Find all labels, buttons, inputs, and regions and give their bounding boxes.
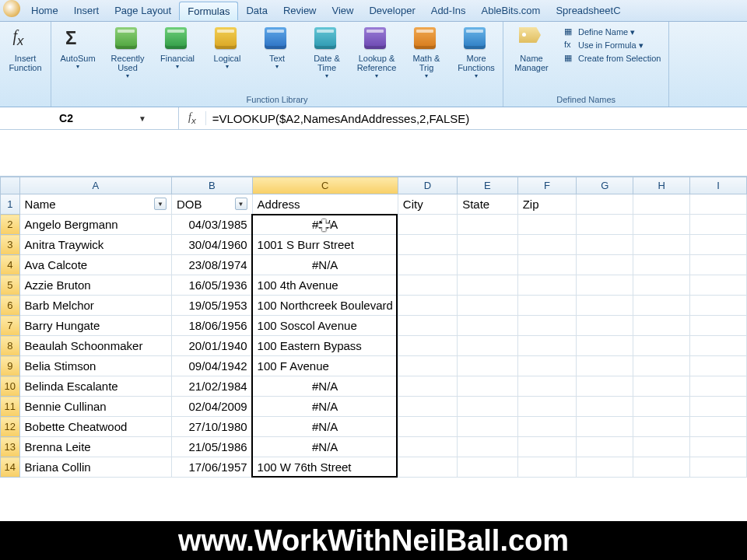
menu-spreadsheetc[interactable]: SpreadsheetC (548, 2, 628, 19)
cell-D6[interactable] (398, 296, 457, 316)
formula-input[interactable] (206, 109, 747, 128)
fx-button[interactable]: fx (179, 111, 206, 125)
cell-E2[interactable] (458, 215, 518, 235)
cell-I10[interactable] (690, 376, 747, 397)
col-header-G[interactable]: G (577, 177, 633, 194)
cell-A6[interactable]: Barb Melchor (19, 296, 171, 316)
cell-E4[interactable] (458, 255, 518, 275)
ribbon-more-functions-button[interactable]: More Functions▾ (454, 25, 498, 82)
ribbon-text-button[interactable]: Text▾ (255, 25, 299, 72)
cell-G9[interactable] (577, 356, 633, 376)
cell-H4[interactable] (633, 255, 690, 275)
cell-C12[interactable]: #N/A (252, 417, 398, 437)
cell-F8[interactable] (517, 336, 577, 356)
cell-H6[interactable] (633, 296, 690, 316)
cell-D2[interactable] (398, 215, 457, 235)
cell-F12[interactable] (517, 417, 577, 437)
row-header-7[interactable]: 7 (1, 316, 20, 336)
cell-G14[interactable] (577, 457, 633, 478)
cell-G6[interactable] (577, 296, 633, 316)
row-header-14[interactable]: 14 (1, 457, 20, 478)
cell-C7[interactable]: 100 Soscol Avenue (252, 316, 398, 336)
menu-developer[interactable]: Developer (361, 2, 423, 19)
menu-insert[interactable]: Insert (66, 2, 107, 19)
cell-D5[interactable] (398, 275, 457, 296)
cell-B3[interactable]: 30/04/1960 (171, 235, 252, 255)
cell-A7[interactable]: Barry Hungate (19, 316, 171, 336)
cell-B2[interactable]: 04/03/1985 (171, 215, 252, 235)
cell-A14[interactable]: Briana Collin (19, 457, 171, 478)
cell-G5[interactable] (577, 275, 633, 296)
ribbon-logical-button[interactable]: Logical▾ (205, 25, 249, 72)
cell-A13[interactable]: Brenna Leite (19, 437, 171, 457)
menu-review[interactable]: Review (275, 2, 324, 19)
cell-C11[interactable]: #N/A (252, 397, 398, 417)
cell-A5[interactable]: Azzie Bruton (19, 275, 171, 296)
name-manager-button[interactable]: Name Manager (508, 25, 555, 75)
cell-I3[interactable] (690, 235, 747, 255)
cell-C4[interactable]: #N/A (252, 255, 398, 275)
cell-H9[interactable] (633, 356, 690, 376)
cell-H13[interactable] (633, 437, 690, 457)
cell-D12[interactable] (398, 417, 457, 437)
col-header-A[interactable]: A (19, 177, 171, 194)
cell-C6[interactable]: 100 Northcreek Boulevard (252, 296, 398, 316)
name-box-input[interactable] (0, 109, 132, 128)
menu-view[interactable]: View (324, 2, 362, 19)
row-header-3[interactable]: 3 (1, 235, 20, 255)
row-header-5[interactable]: 5 (1, 275, 20, 296)
cell-D4[interactable] (398, 255, 457, 275)
worksheet[interactable]: ABCDEFGHI1Name▼DOB▼AddressCityStateZip2A… (0, 177, 747, 478)
row-header-11[interactable]: 11 (1, 397, 20, 417)
cell-A11[interactable]: Bennie Cullinan (19, 397, 171, 417)
cell-I5[interactable] (690, 275, 747, 296)
ribbon-autosum-button[interactable]: ΣAutoSum▾ (56, 25, 100, 72)
cell-G1[interactable] (577, 194, 633, 215)
cell-E14[interactable] (458, 457, 518, 478)
defined-define-name[interactable]: ▦Define Name ▾ (564, 26, 661, 37)
cell-H3[interactable] (633, 235, 690, 255)
cell-E5[interactable] (458, 275, 518, 296)
name-box[interactable]: ▼ (0, 107, 179, 129)
ribbon-date-time-button[interactable]: Date & Time▾ (305, 25, 349, 82)
row-header-2[interactable]: 2 (1, 215, 20, 235)
cell-H14[interactable] (633, 457, 690, 478)
row-header-6[interactable]: 6 (1, 296, 20, 316)
row-header-9[interactable]: 9 (1, 356, 20, 376)
cell-G4[interactable] (577, 255, 633, 275)
cell-F14[interactable] (517, 457, 577, 478)
row-header-12[interactable]: 12 (1, 417, 20, 437)
cell-F10[interactable] (517, 376, 577, 397)
cell-A4[interactable]: Ava Calcote (19, 255, 171, 275)
cell-E12[interactable] (458, 417, 518, 437)
cell-F3[interactable] (517, 235, 577, 255)
menu-formulas[interactable]: Formulas (179, 2, 238, 20)
cell-I14[interactable] (690, 457, 747, 478)
cell-G7[interactable] (577, 316, 633, 336)
ribbon-recently-used-button[interactable]: Recently Used▾ (106, 25, 149, 82)
cell-I7[interactable] (690, 316, 747, 336)
cell-G2[interactable] (577, 215, 633, 235)
cell-F11[interactable] (517, 397, 577, 417)
cell-F1[interactable]: Zip (517, 194, 577, 215)
cell-B4[interactable]: 23/08/1974 (171, 255, 252, 275)
filter-button[interactable]: ▼ (154, 198, 167, 210)
menu-data[interactable]: Data (238, 2, 275, 19)
cell-I1[interactable] (690, 194, 747, 215)
cell-B5[interactable]: 16/05/1936 (171, 275, 252, 296)
row-header-8[interactable]: 8 (1, 336, 20, 356)
cell-I11[interactable] (690, 397, 747, 417)
defined-create-from-selection[interactable]: ▦Create from Selection (564, 53, 661, 64)
col-header-B[interactable]: B (171, 177, 252, 194)
cell-F6[interactable] (517, 296, 577, 316)
cell-A12[interactable]: Bobette Cheatwood (19, 417, 171, 437)
cell-H1[interactable] (633, 194, 690, 215)
menu-home[interactable]: Home (23, 2, 66, 19)
col-header-D[interactable]: D (398, 177, 457, 194)
select-all-corner[interactable] (1, 177, 20, 194)
ribbon-lookup-reference-button[interactable]: Lookup & Reference▾ (355, 25, 398, 82)
row-header-10[interactable]: 10 (1, 376, 20, 397)
cell-C13[interactable]: #N/A (252, 437, 398, 457)
cell-E13[interactable] (458, 437, 518, 457)
cell-G10[interactable] (577, 376, 633, 397)
